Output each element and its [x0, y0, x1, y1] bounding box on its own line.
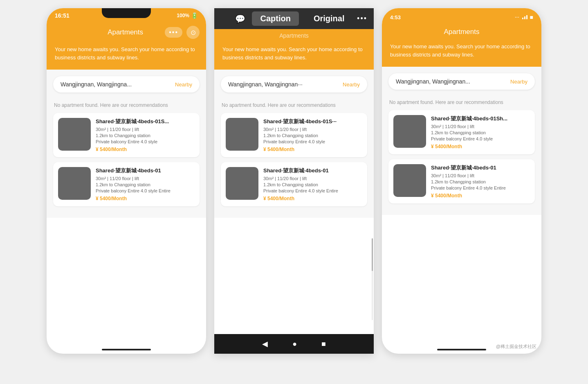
- price-amount-left-1: ¥ 5400: [96, 196, 111, 201]
- reco-label-right: No apartment found. Here are our recomme…: [388, 99, 535, 105]
- search-bar-left[interactable]: Wangjingnan, Wangjingna... Nearby: [53, 76, 200, 93]
- notch: [102, 8, 151, 18]
- listing-info-right-0: Shared·望京新城·4beds-01Sh... 30m² | 11/20 f…: [431, 115, 530, 149]
- price-period-middle-1: /Month: [278, 196, 294, 201]
- listing-image-left-0: [58, 118, 91, 151]
- reco-section-left: No apartment found. Here are our recomme…: [47, 99, 206, 218]
- listing-price-left-0: ¥ 5400/Month: [96, 147, 195, 152]
- scrollbar-track[interactable]: [372, 238, 373, 320]
- app-subtitle-right: Your new home awaits you. Search your ho…: [388, 43, 535, 59]
- listing-features-left-0: Private balcony Entire 4.0 style: [96, 139, 195, 144]
- home-button[interactable]: ●: [292, 340, 297, 348]
- search-text-middle: Wangjingnan, Wangjingnan···: [228, 81, 303, 88]
- listing-title-right-0: Shared·望京新城·4beds-01Sh...: [431, 115, 530, 122]
- app-header-right: Apartments Your new home awaits you. Sea…: [382, 23, 541, 67]
- listing-title-middle-0: Shared·望京新城·4beds-01S···: [263, 118, 362, 125]
- right-phone: 4:53 ··· ■ Apartments Your new home awai…: [382, 8, 541, 354]
- app-header-left: Apartments ••• ⊙ Your new home awaits yo…: [47, 21, 206, 70]
- battery-icon-left: 🔋: [191, 12, 198, 19]
- listing-card-right-1[interactable]: Shared·望京新城·4beds-01 30m² | 11/20 floor …: [388, 159, 535, 203]
- listing-image-left-1: [58, 167, 91, 200]
- listing-details-middle-1: 30m² | 11/20 floor | lift: [263, 176, 362, 181]
- nearby-badge-middle: Nearby: [343, 81, 360, 88]
- reco-section-right: No apartment found. Here are our recomme…: [382, 96, 541, 215]
- dots-signal-right: ···: [515, 15, 519, 20]
- price-period-left-0: /Month: [111, 147, 127, 152]
- listing-info-left-1: Shared·望京新城·4beds-01 30m² | 11/20 floor …: [96, 167, 195, 201]
- header-top-left: Apartments ••• ⊙: [53, 26, 200, 39]
- status-indicators-left: 100% 🔋: [177, 12, 198, 19]
- caption-bubble-icon: 💬: [235, 14, 245, 24]
- reco-section-middle: No apartment found. Here are our recomme…: [214, 99, 374, 218]
- listing-card-right-0[interactable]: Shared·望京新城·4beds-01Sh... 30m² | 11/20 f…: [388, 110, 535, 154]
- listing-details-middle-0: 30m² | 11/20 floor | lift: [263, 127, 362, 132]
- reco-label-left: No apartment found. Here are our recomme…: [53, 102, 200, 108]
- listing-features-middle-1: Private balcony Entire 4.0 style Entire: [263, 188, 362, 193]
- price-amount-right-0: ¥ 5400: [431, 144, 446, 149]
- listing-details-left-0: 30m² | 11/20 floor | lift: [96, 127, 195, 132]
- listing-image-middle-0: [226, 118, 258, 151]
- middle-phone: 💬 Caption Original ••• Apartments Your n…: [214, 8, 374, 354]
- listing-info-middle-1: Shared·望京新城·4beds-01 30m² | 11/20 floor …: [263, 167, 362, 201]
- caption-more-button[interactable]: •••: [357, 14, 367, 23]
- back-button[interactable]: ◀: [262, 339, 268, 348]
- battery-icon-right: ■: [530, 14, 533, 20]
- home-indicator-left: [102, 349, 151, 350]
- target-button-left[interactable]: ⊙: [186, 26, 200, 39]
- android-nav-bar: ◀ ● ■: [214, 334, 374, 354]
- battery-percent-left: 100%: [177, 13, 189, 18]
- search-bar-right[interactable]: Wangjingnan, Wangjingnan... Nearby: [388, 73, 535, 90]
- reco-label-middle: No apartment found. Here are our recomme…: [221, 102, 367, 108]
- time-left: 16:51: [55, 12, 70, 19]
- listing-features-middle-0: Private balcony Entire 4.0 style: [263, 139, 362, 144]
- app-title-right: Apartments: [388, 28, 535, 36]
- listing-info-middle-0: Shared·望京新城·4beds-01S··· 30m² | 11/20 fl…: [263, 118, 362, 152]
- caption-tab-original[interactable]: Original: [305, 11, 353, 26]
- search-bar-middle[interactable]: Wangjingnan, Wangjingnan··· Nearby: [221, 76, 367, 93]
- listing-title-left-0: Shared·望京新城·4beds-01S...: [96, 118, 195, 125]
- time-right: 4:53: [390, 14, 401, 20]
- listing-title-middle-1: Shared·望京新城·4beds-01: [263, 167, 362, 174]
- wifi-icon-right: [522, 15, 527, 19]
- price-period-left-1: /Month: [111, 196, 127, 201]
- header-actions-left: ••• ⊙: [165, 26, 200, 39]
- search-text-left: Wangjingnan, Wangjingna...: [61, 81, 132, 88]
- price-period-right-1: /Month: [446, 193, 462, 199]
- dots-button-left[interactable]: •••: [165, 27, 182, 38]
- caption-bar: 💬 Caption Original •••: [214, 8, 374, 29]
- status-indicators-right: ··· ■: [515, 14, 533, 20]
- listing-details-right-0: 30m² | 11/20 floor | lift: [431, 124, 530, 129]
- app-subtitle-left: Your new home awaits you. Search your ho…: [53, 45, 200, 61]
- listing-card-middle-0[interactable]: Shared·望京新城·4beds-01S··· 30m² | 11/20 fl…: [221, 113, 367, 157]
- listing-card-middle-1[interactable]: Shared·望京新城·4beds-01 30m² | 11/20 floor …: [221, 162, 367, 206]
- price-period-right-0: /Month: [446, 144, 462, 149]
- listing-features-left-1: Private balcony Entire 4.0 style Entire: [96, 188, 195, 193]
- listing-price-right-1: ¥ 5400/Month: [431, 193, 530, 199]
- nearby-badge-right: Nearby: [510, 79, 527, 85]
- listing-location-middle-0: 1.2km to Changping station: [263, 133, 362, 138]
- listing-title-right-1: Shared·望京新城·4beds-01: [431, 164, 530, 172]
- recent-button[interactable]: ■: [321, 340, 326, 348]
- status-bar-right: 4:53 ··· ■: [382, 8, 541, 23]
- search-text-right: Wangjingnan, Wangjingnan...: [396, 78, 470, 85]
- scrollbar-thumb: [372, 238, 373, 271]
- listing-details-right-1: 30m² | 11/20 floor | lift: [431, 173, 530, 178]
- header-top-right: Apartments: [388, 28, 535, 36]
- nearby-badge-left: Nearby: [175, 81, 192, 88]
- listing-features-right-1: Private balcony Entire 4.0 style Entire: [431, 185, 530, 190]
- listing-card-left-1[interactable]: Shared·望京新城·4beds-01 30m² | 11/20 floor …: [53, 162, 200, 206]
- search-section-middle: Wangjingnan, Wangjingnan··· Nearby: [214, 70, 374, 99]
- app-subtitle-middle: Your new home awaits you. Search your ho…: [221, 45, 367, 61]
- listing-image-right-0: [393, 115, 426, 148]
- listing-card-left-0[interactable]: Shared·望京新城·4beds-01S... 30m² | 11/20 fl…: [53, 113, 200, 157]
- listing-image-right-1: [393, 164, 426, 197]
- listing-price-middle-0: ¥ 5400/Month: [263, 147, 362, 152]
- search-section-left: Wangjingnan, Wangjingna... Nearby: [47, 70, 206, 99]
- app-header-middle: Apartments Your new home awaits you. Sea…: [214, 29, 374, 70]
- price-amount-middle-0: ¥ 5400: [263, 147, 278, 152]
- left-phone: 16:51 100% 🔋 Apartments ••• ⊙ Your new h…: [47, 8, 206, 354]
- caption-tab-caption[interactable]: Caption: [252, 11, 298, 26]
- listing-details-left-1: 30m² | 11/20 floor | lift: [96, 176, 195, 181]
- listing-title-left-1: Shared·望京新城·4beds-01: [96, 167, 195, 174]
- listing-location-middle-1: 1.2km to Changping station: [263, 182, 362, 187]
